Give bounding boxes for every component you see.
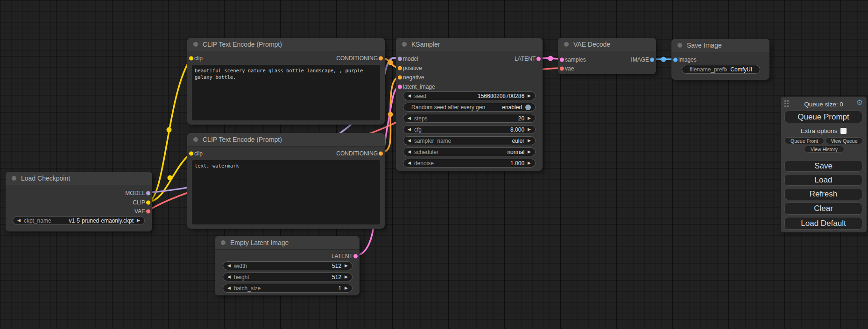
node-empty-latent-image[interactable]: Empty Latent Image LATENT ◀ width 512 ▶ … [215,236,360,295]
latent-output-dot[interactable] [353,254,358,258]
scheduler-widget[interactable]: ◀ scheduler normal ▶ [403,147,536,156]
queue-front-button[interactable]: Queue Front [784,137,824,144]
collapse-dot-icon[interactable] [12,176,16,181]
batch-size-widget[interactable]: ◀ batch_size 1 ▶ [223,284,353,293]
model-output-dot[interactable] [146,191,150,195]
node-title: Empty Latent Image [230,239,289,246]
seed-widget[interactable]: ◀ seed 156680208700286 ▶ [403,91,536,100]
ckpt-name-widget[interactable]: ◀ ckpt_name v1-5-pruned-emaonly.ckpt ▶ [13,216,145,225]
increment-icon[interactable]: ▶ [528,116,531,120]
clip-output-dot[interactable] [146,200,150,204]
widget-label: steps [414,115,515,122]
decrement-icon[interactable]: ◀ [408,116,411,120]
sampler-name-widget[interactable]: ◀ sampler_name euler ▶ [403,136,536,145]
increment-icon[interactable]: ▶ [528,150,531,154]
random-seed-toggle-widget[interactable]: Random seed after every gen enabled [403,103,536,112]
collapse-dot-icon[interactable] [402,42,407,47]
increment-icon[interactable]: ▶ [528,161,531,165]
queue-prompt-button[interactable]: Queue Prompt [784,111,862,123]
extra-options-checkbox[interactable] [840,128,847,134]
decrement-icon[interactable]: ◀ [408,161,411,165]
node-title-bar[interactable]: Empty Latent Image [215,236,360,250]
images-input-dot[interactable] [673,57,677,62]
vae-input-dot[interactable] [560,66,564,70]
load-button[interactable]: Load [784,174,862,186]
node-title-bar[interactable]: CLIP Text Encode (Prompt) [187,133,385,147]
view-queue-button[interactable]: View Queue [826,137,863,144]
vae-output-dot[interactable] [146,209,150,213]
node-title: CLIP Text Encode (Prompt) [203,136,282,143]
clip-input-dot[interactable] [189,151,193,155]
prompt-text-input[interactable]: beautiful scenery nature glass bottle la… [192,65,380,120]
refresh-button[interactable]: Refresh [784,188,862,200]
increment-icon[interactable]: ▶ [345,275,348,279]
increment-icon[interactable]: ▶ [528,139,531,143]
latent-image-input-dot[interactable] [398,84,402,89]
slot-label: negative [403,74,424,81]
node-save-image[interactable]: Save Image images filename_prefix ComfyU… [671,39,769,80]
increment-icon[interactable]: ▶ [528,127,531,132]
decrement-icon[interactable]: ◀ [227,275,231,279]
widget-value: enabled [502,104,522,111]
node-title-bar[interactable]: CLIP Text Encode (Prompt) [187,38,385,51]
node-clip-text-encode-positive[interactable]: CLIP Text Encode (Prompt) clip CONDITION… [187,38,385,125]
decrement-icon[interactable]: ◀ [408,139,411,143]
settings-gear-icon[interactable]: ⚙ [856,99,863,106]
increment-icon[interactable]: ▶ [528,94,531,98]
decrement-icon[interactable]: ◀ [227,286,231,290]
decrement-icon[interactable]: ◀ [227,264,231,268]
slot-label: MODEL [125,190,145,196]
collapse-dot-icon[interactable] [193,42,198,47]
denoise-widget[interactable]: ◀ denoise 1.000 ▶ [403,159,536,168]
slot-label: positive [403,65,422,71]
node-title-bar[interactable]: Save Image [671,39,769,52]
node-load-checkpoint[interactable]: Load Checkpoint MODEL CLIP VAE ◀ ckpt_na… [6,172,152,231]
clear-button[interactable]: Clear [784,203,862,215]
clip-input-dot[interactable] [189,56,193,60]
node-title-bar[interactable]: KSampler [396,38,543,51]
load-default-button[interactable]: Load Default [784,217,862,230]
positive-input-dot[interactable] [398,66,402,70]
widget-label: scheduler [414,149,504,155]
negative-input-dot[interactable] [398,75,402,79]
filename-prefix-widget[interactable]: filename_prefix ComfyUI [682,65,760,74]
node-ksampler[interactable]: KSampler LATENT model positive negative … [396,38,543,171]
widget-label: ckpt_name [24,217,66,224]
decrement-icon[interactable]: ◀ [408,94,411,98]
steps-widget[interactable]: ◀ steps 20 ▶ [403,114,536,123]
conditioning-output-dot[interactable] [379,56,383,60]
save-button[interactable]: Save [784,160,862,172]
slot-label: vae [565,65,574,72]
model-input-dot[interactable] [398,56,402,61]
increment-icon[interactable]: ▶ [345,286,348,290]
output-slot-vae: VAE [6,207,152,216]
collapse-dot-icon[interactable] [677,43,682,48]
decrement-icon[interactable]: ◀ [408,127,411,132]
node-title-bar[interactable]: Load Checkpoint [6,172,152,185]
view-history-button[interactable]: View History [804,146,844,153]
height-widget[interactable]: ◀ height 512 ▶ [223,273,353,281]
collapse-dot-icon[interactable] [221,240,226,245]
node-vae-decode[interactable]: VAE Decode samples IMAGE vae [558,38,656,74]
link-midpoint-dot [388,60,393,65]
widget-value: 512 [332,274,341,280]
image-output-dot[interactable] [650,57,654,62]
conditioning-output-dot[interactable] [379,151,383,155]
width-widget[interactable]: ◀ width 512 ▶ [223,261,353,270]
prompt-text-input[interactable]: text, watermark [192,160,380,224]
samples-input-dot[interactable] [560,57,564,62]
decrement-icon[interactable]: ◀ [408,150,411,154]
increment-icon[interactable]: ▶ [345,264,348,268]
link-midpoint-dot [167,127,172,133]
increment-icon[interactable]: ▶ [137,218,140,223]
collapse-dot-icon[interactable] [193,137,198,142]
cfg-widget[interactable]: ◀ cfg 8.000 ▶ [403,125,536,134]
node-clip-text-encode-negative[interactable]: CLIP Text Encode (Prompt) clip CONDITION… [187,133,385,229]
decrement-icon[interactable]: ◀ [17,218,21,223]
widget-label: filename_prefix [690,66,727,73]
queue-panel: Queue size: 0 ⚙ Queue Prompt Extra optio… [781,97,867,232]
link-midpoint-dot [388,112,393,117]
collapse-dot-icon[interactable] [564,42,569,47]
node-title-bar[interactable]: VAE Decode [558,38,656,51]
toggle-dot-icon[interactable] [525,105,531,110]
